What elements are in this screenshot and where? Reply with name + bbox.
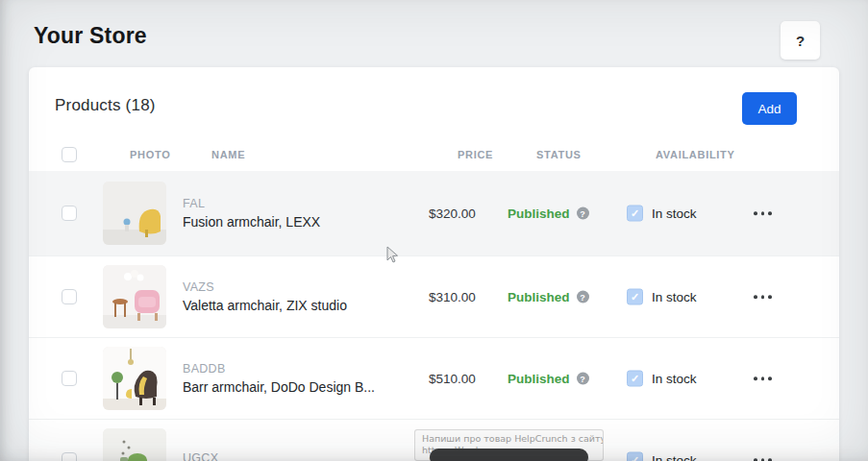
in-stock-checkbox[interactable]: ✓ xyxy=(627,289,643,305)
product-sku: VAZS xyxy=(183,280,347,294)
add-product-button[interactable]: Add xyxy=(742,92,797,125)
in-stock-label: In stock xyxy=(652,453,697,461)
table-header: PHOTO NAME PRICE STATUS AVAILABILITY xyxy=(29,137,839,171)
products-card: Products (18) Add PHOTO NAME PRICE STATU… xyxy=(29,67,839,461)
row-checkbox[interactable] xyxy=(62,371,77,386)
dark-overlay-bar xyxy=(430,449,588,461)
in-stock-checkbox[interactable]: ✓ xyxy=(627,452,643,461)
in-stock-label: In stock xyxy=(652,372,697,386)
product-price: $320.00 xyxy=(429,206,476,221)
in-stock-checkbox[interactable]: ✓ xyxy=(627,206,643,222)
tooltip-line: Напиши про товар HelpCrunch з сайту виро… xyxy=(422,433,596,445)
in-stock-label: In stock xyxy=(652,290,697,304)
column-header-status: STATUS xyxy=(536,149,582,160)
product-photo xyxy=(103,347,166,410)
row-actions-menu[interactable] xyxy=(752,289,774,304)
row-actions-menu[interactable] xyxy=(752,371,774,386)
product-sku: UGCX xyxy=(183,451,218,461)
status-help-icon[interactable]: ? xyxy=(577,207,589,220)
select-all-checkbox[interactable] xyxy=(62,147,77,162)
row-checkbox[interactable] xyxy=(62,289,77,304)
page-title: Your Store xyxy=(34,23,147,49)
product-name: Fusion armchair, LEXX xyxy=(183,214,320,230)
row-checkbox[interactable] xyxy=(62,206,77,221)
row-checkbox[interactable] xyxy=(62,452,77,461)
status-badge: Published xyxy=(508,290,570,304)
status-help-icon[interactable]: ? xyxy=(577,373,589,385)
column-header-price: PRICE xyxy=(458,149,493,160)
column-header-name: NAME xyxy=(211,149,245,160)
product-price: $510.00 xyxy=(429,372,476,386)
column-header-availability: AVAILABILITY xyxy=(656,149,735,160)
question-mark-icon: ? xyxy=(796,33,805,49)
table-row[interactable]: VAZS Valetta armchair, ZIX studio $310.0… xyxy=(29,255,839,337)
product-photo xyxy=(103,182,166,245)
product-price: $310.00 xyxy=(429,290,476,304)
help-button[interactable]: ? xyxy=(781,21,820,60)
product-photo xyxy=(103,265,166,328)
product-photo xyxy=(103,428,166,461)
in-stock-checkbox[interactable]: ✓ xyxy=(627,371,643,387)
status-badge: Published xyxy=(508,206,570,221)
status-badge: Published xyxy=(508,372,570,386)
row-actions-menu[interactable] xyxy=(752,452,774,461)
product-name: Valetta armchair, ZIX studio xyxy=(183,298,347,313)
product-name: Barr armchair, DoDo Design B... xyxy=(183,379,375,395)
product-sku: FAL xyxy=(183,197,320,210)
table-row[interactable]: BADDB Barr armchair, DoDo Design B... $5… xyxy=(29,337,839,419)
product-sku: BADDB xyxy=(183,362,375,376)
column-header-photo: PHOTO xyxy=(130,149,170,160)
status-help-icon[interactable]: ? xyxy=(577,291,589,303)
products-heading: Products (18) xyxy=(55,96,156,115)
table-row[interactable]: FAL Fusion armchair, LEXX $320.00 Publis… xyxy=(29,171,839,255)
in-stock-label: In stock xyxy=(652,206,697,221)
row-actions-menu[interactable] xyxy=(752,206,774,221)
